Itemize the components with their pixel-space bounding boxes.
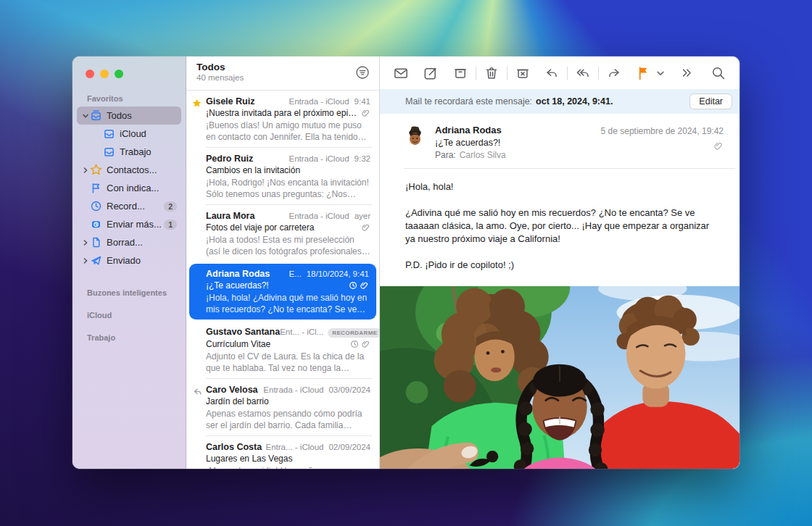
list-item[interactable]: Gustavo SantanaEnt... - iCl...RECORDARME… <box>186 321 379 379</box>
sidebar-item-icloud[interactable]: iCloud <box>77 125 181 143</box>
sidebar-item-label: Trabajo <box>120 146 181 157</box>
body-paragraph: P.D. ¡Pido ir de copiloto! ;) <box>405 259 715 272</box>
list-item[interactable]: Gisele RuizEntrada - iCloud9:41 ¡Nuestra… <box>186 91 379 148</box>
paperclip-icon <box>362 340 370 348</box>
paperclip-icon <box>362 223 370 232</box>
mail-window: Favoritos Todos iCloud Trabajo Contactos… <box>72 57 740 469</box>
section-buzones-inteligentes[interactable]: Buzones inteligentes <box>87 288 186 297</box>
reminder-clock-icon <box>350 340 370 348</box>
reminder-text: Mail te recordará este mensaje: <box>405 96 532 107</box>
archive-box-icon <box>452 65 468 81</box>
sidebar-item-borradores[interactable]: Borrad... <box>77 233 181 251</box>
sidebar-item-enviado[interactable]: Enviado <box>77 251 181 270</box>
inbox-stack-icon <box>90 109 102 122</box>
star-icon <box>90 164 102 176</box>
star-icon <box>192 99 202 108</box>
clock-icon <box>90 200 102 212</box>
sender-name[interactable]: Adriana Rodas <box>435 125 601 135</box>
envelope-icon <box>393 65 409 81</box>
paperclip-icon <box>362 109 370 117</box>
list-item[interactable]: Laura MoraEntrada - iCloudayer Fotos del… <box>186 205 379 262</box>
unread-badge: 2 <box>164 201 177 212</box>
zoom-button[interactable] <box>115 70 123 78</box>
overflow-button[interactable] <box>679 65 695 81</box>
edit-reminder-button[interactable]: Editar <box>689 93 732 109</box>
sidebar-item-contactos[interactable]: Contactos... <box>77 161 181 179</box>
compose-button[interactable] <box>423 65 439 81</box>
three-friends-selfie-image <box>380 286 740 469</box>
recordarme-badge: RECORDARME <box>328 328 379 338</box>
junk-box-icon <box>515 65 531 81</box>
reply-all-arrow-icon <box>575 65 591 81</box>
chevron-right-icon[interactable] <box>82 257 89 264</box>
flag-icon <box>636 65 652 81</box>
recipient-name[interactable]: Carlos Silva <box>460 150 506 160</box>
body-paragraph: ¿Adivina qué me salió hoy en mis recuerd… <box>405 206 715 246</box>
reply-actions-group <box>544 65 622 81</box>
double-chevron-icon <box>679 65 695 81</box>
chevron-right-icon[interactable] <box>82 167 89 174</box>
mailbox-title: Todos <box>196 62 379 72</box>
search-button[interactable] <box>710 65 726 81</box>
reminder-banner: Mail te recordará este mensaje: oct 18, … <box>380 89 740 114</box>
list-item[interactable]: Pedro RuizEntrada - iCloud9:32 Cambios e… <box>186 148 379 205</box>
list-item-selected[interactable]: Adriana RodasE...18/10/2024, 9:41 ¡¿Te a… <box>189 264 376 320</box>
section-trabajo[interactable]: Trabajo <box>87 333 186 342</box>
message-pane: Mail te recordará este mensaje: oct 18, … <box>380 57 740 469</box>
forward-button[interactable] <box>606 65 622 81</box>
get-mail-button[interactable] <box>393 65 409 81</box>
reminder-date: oct 18, 2024, 9:41. <box>536 96 613 107</box>
list-header: Todos 40 mensajes <box>186 57 379 91</box>
sidebar-item-label: Con indica... <box>107 183 181 193</box>
sidebar-item-label: Record... <box>107 201 164 212</box>
close-button[interactable] <box>86 70 94 78</box>
archive-button[interactable] <box>452 65 468 81</box>
sidebar-item-label: Borrad... <box>107 237 181 248</box>
paperclip-icon <box>360 281 369 290</box>
sidebar-item-enviar-mas-tarde[interactable]: Enviar más... 1 <box>77 215 181 233</box>
search-icon <box>710 65 726 81</box>
delete-button[interactable] <box>484 65 500 81</box>
sidebar-item-label: Contactos... <box>107 164 181 175</box>
avatar[interactable] <box>404 125 426 147</box>
message-header: Adriana Rodas ¡¿Te acuerdas?! Para:Carlo… <box>380 114 740 168</box>
sidebar-item-todos[interactable]: Todos <box>77 107 181 125</box>
draft-document-icon <box>90 236 102 249</box>
photo-attachment[interactable] <box>380 286 740 469</box>
toolbar <box>380 57 740 89</box>
sidebar-item-trabajo[interactable]: Trabajo <box>77 143 181 161</box>
trash-icon <box>484 65 500 81</box>
junk-button[interactable] <box>515 65 531 81</box>
flag-menu-chevron-icon[interactable] <box>656 65 665 81</box>
reply-button[interactable] <box>544 65 560 81</box>
flag-button[interactable] <box>636 65 652 81</box>
send-later-icon <box>90 218 102 230</box>
list-item[interactable]: Carlos CostaEntra... - iCloud02/09/2024 … <box>186 436 379 469</box>
message-list: Todos 40 mensajes Gisele RuizEntrada - i… <box>186 57 380 469</box>
sidebar-item-label: Todos <box>107 110 181 121</box>
sidebar-item-label: Enviar más... <box>107 219 164 230</box>
reply-all-button[interactable] <box>575 65 591 81</box>
list-rows: Gisele RuizEntrada - iCloud9:41 ¡Nuestra… <box>186 91 379 469</box>
sidebar-item-label: Enviado <box>107 255 181 266</box>
flag-icon <box>90 182 102 194</box>
sidebar-item-recordatorios[interactable]: Record... 2 <box>77 197 181 215</box>
section-icloud[interactable]: iCloud <box>87 311 186 320</box>
minimize-button[interactable] <box>100 70 109 78</box>
reply-arrow-icon <box>544 65 560 81</box>
chevron-down-icon[interactable] <box>82 112 89 120</box>
mailbox-actions-group <box>452 65 531 81</box>
sidebar-item-con-indicador[interactable]: Con indica... <box>77 179 181 197</box>
inbox-icon <box>103 128 115 140</box>
list-item[interactable]: Caro VelosaEntrada - iCloud03/09/2024 Ja… <box>186 379 379 436</box>
desktop-wallpaper: Favoritos Todos iCloud Trabajo Contactos… <box>0 0 812 526</box>
window-controls <box>72 67 186 78</box>
recipient-line: Para:Carlos Silva <box>435 150 601 160</box>
message-body: ¡Hola, hola! ¿Adivina qué me salió hoy e… <box>380 169 740 285</box>
unread-badge: 1 <box>164 220 177 230</box>
filter-icon[interactable] <box>355 64 370 80</box>
paper-plane-icon <box>90 254 102 267</box>
sidebar-item-label: iCloud <box>120 128 181 139</box>
message-count: 40 mensajes <box>196 73 379 82</box>
chevron-right-icon[interactable] <box>82 239 89 246</box>
